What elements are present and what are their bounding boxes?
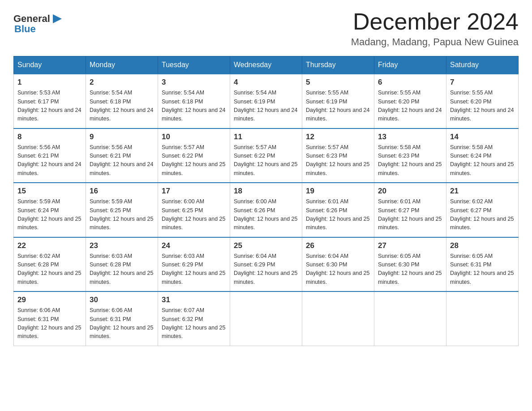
- day-info: Sunrise: 6:00 AMSunset: 6:25 PMDaylight:…: [162, 197, 226, 232]
- calendar-cell: 11 Sunrise: 5:57 AMSunset: 6:22 PMDaylig…: [230, 128, 302, 183]
- calendar-cell: 20 Sunrise: 6:01 AMSunset: 6:27 PMDaylig…: [374, 183, 446, 237]
- calendar-table: SundayMondayTuesdayWednesdayThursdayFrid…: [13, 56, 519, 346]
- calendar-week-row: 29 Sunrise: 6:06 AMSunset: 6:31 PMDaylig…: [14, 291, 519, 346]
- day-number: 22: [17, 241, 82, 250]
- day-info: Sunrise: 5:55 AMSunset: 6:20 PMDaylight:…: [450, 89, 515, 124]
- calendar-cell: 7 Sunrise: 5:55 AMSunset: 6:20 PMDayligh…: [446, 74, 519, 128]
- logo-general-text: General: [13, 13, 50, 24]
- calendar-cell: [374, 291, 446, 346]
- day-info: Sunrise: 5:57 AMSunset: 6:22 PMDaylight:…: [234, 143, 298, 178]
- calendar-title: December 2024: [351, 9, 519, 34]
- day-number: 7: [450, 78, 515, 87]
- calendar-cell: 17 Sunrise: 6:00 AMSunset: 6:25 PMDaylig…: [158, 183, 230, 237]
- day-number: 9: [90, 133, 154, 141]
- day-info: Sunrise: 6:05 AMSunset: 6:31 PMDaylight:…: [450, 252, 515, 287]
- day-info: Sunrise: 5:54 AMSunset: 6:18 PMDaylight:…: [162, 89, 226, 124]
- calendar-cell: 18 Sunrise: 6:00 AMSunset: 6:26 PMDaylig…: [230, 183, 302, 237]
- day-info: Sunrise: 6:06 AMSunset: 6:31 PMDaylight:…: [17, 306, 82, 341]
- calendar-cell: 23 Sunrise: 6:03 AMSunset: 6:28 PMDaylig…: [86, 237, 158, 292]
- calendar-cell: 10 Sunrise: 5:57 AMSunset: 6:22 PMDaylig…: [158, 128, 230, 183]
- day-info: Sunrise: 6:02 AMSunset: 6:28 PMDaylight:…: [17, 252, 82, 287]
- calendar-cell: [446, 291, 519, 346]
- calendar-cell: 12 Sunrise: 5:57 AMSunset: 6:23 PMDaylig…: [302, 128, 374, 183]
- calendar-cell: 19 Sunrise: 6:01 AMSunset: 6:26 PMDaylig…: [302, 183, 374, 237]
- day-number: 15: [17, 187, 82, 196]
- calendar-cell: 2 Sunrise: 5:54 AMSunset: 6:18 PMDayligh…: [86, 74, 158, 128]
- calendar-cell: 13 Sunrise: 5:58 AMSunset: 6:23 PMDaylig…: [374, 128, 446, 183]
- calendar-subtitle: Madang, Madang, Papua New Guinea: [351, 36, 519, 48]
- calendar-cell: 3 Sunrise: 5:54 AMSunset: 6:18 PMDayligh…: [158, 74, 230, 128]
- day-info: Sunrise: 6:05 AMSunset: 6:30 PMDaylight:…: [378, 252, 442, 287]
- day-info: Sunrise: 6:01 AMSunset: 6:27 PMDaylight:…: [378, 197, 442, 232]
- day-number: 1: [17, 78, 82, 87]
- svg-marker-0: [53, 14, 62, 23]
- day-info: Sunrise: 6:07 AMSunset: 6:32 PMDaylight:…: [162, 306, 226, 341]
- calendar-cell: 6 Sunrise: 5:55 AMSunset: 6:20 PMDayligh…: [374, 74, 446, 128]
- calendar-header-row: SundayMondayTuesdayWednesdayThursdayFrid…: [14, 56, 519, 74]
- day-number: 18: [234, 187, 298, 196]
- calendar-cell: 25 Sunrise: 6:04 AMSunset: 6:29 PMDaylig…: [230, 237, 302, 292]
- calendar-cell: [230, 291, 302, 346]
- day-number: 21: [450, 187, 515, 196]
- column-header-friday: Friday: [374, 56, 446, 74]
- day-number: 5: [306, 78, 370, 87]
- day-info: Sunrise: 6:03 AMSunset: 6:28 PMDaylight:…: [90, 252, 154, 287]
- day-info: Sunrise: 5:58 AMSunset: 6:24 PMDaylight:…: [450, 143, 515, 178]
- day-number: 8: [17, 133, 82, 141]
- day-info: Sunrise: 5:53 AMSunset: 6:17 PMDaylight:…: [17, 89, 82, 124]
- logo: General Blue: [13, 9, 64, 35]
- day-info: Sunrise: 5:54 AMSunset: 6:19 PMDaylight:…: [234, 89, 298, 124]
- column-header-monday: Monday: [86, 56, 158, 74]
- calendar-cell: 22 Sunrise: 6:02 AMSunset: 6:28 PMDaylig…: [14, 237, 86, 292]
- calendar-cell: 16 Sunrise: 5:59 AMSunset: 6:25 PMDaylig…: [86, 183, 158, 237]
- day-number: 19: [306, 187, 370, 196]
- day-info: Sunrise: 6:02 AMSunset: 6:27 PMDaylight:…: [450, 197, 515, 232]
- day-number: 30: [90, 295, 154, 304]
- day-info: Sunrise: 5:55 AMSunset: 6:20 PMDaylight:…: [378, 89, 442, 124]
- day-number: 28: [450, 241, 515, 250]
- day-number: 10: [162, 133, 226, 141]
- column-header-sunday: Sunday: [14, 56, 86, 74]
- calendar-cell: 31 Sunrise: 6:07 AMSunset: 6:32 PMDaylig…: [158, 291, 230, 346]
- day-info: Sunrise: 5:57 AMSunset: 6:23 PMDaylight:…: [306, 143, 370, 178]
- calendar-cell: 1 Sunrise: 5:53 AMSunset: 6:17 PMDayligh…: [14, 74, 86, 128]
- calendar-cell: 26 Sunrise: 6:04 AMSunset: 6:30 PMDaylig…: [302, 237, 374, 292]
- day-number: 29: [17, 295, 82, 304]
- day-number: 24: [162, 241, 226, 250]
- day-info: Sunrise: 5:58 AMSunset: 6:23 PMDaylight:…: [378, 143, 442, 178]
- day-info: Sunrise: 6:06 AMSunset: 6:31 PMDaylight:…: [90, 306, 154, 341]
- day-number: 16: [90, 187, 154, 196]
- day-number: 17: [162, 187, 226, 196]
- calendar-week-row: 22 Sunrise: 6:02 AMSunset: 6:28 PMDaylig…: [14, 237, 519, 292]
- calendar-cell: 27 Sunrise: 6:05 AMSunset: 6:30 PMDaylig…: [374, 237, 446, 292]
- calendar-cell: 30 Sunrise: 6:06 AMSunset: 6:31 PMDaylig…: [86, 291, 158, 346]
- day-info: Sunrise: 5:56 AMSunset: 6:21 PMDaylight:…: [17, 143, 82, 178]
- day-number: 6: [378, 78, 442, 87]
- day-info: Sunrise: 5:57 AMSunset: 6:22 PMDaylight:…: [162, 143, 226, 178]
- day-number: 31: [162, 295, 226, 304]
- calendar-cell: 9 Sunrise: 5:56 AMSunset: 6:21 PMDayligh…: [86, 128, 158, 183]
- day-info: Sunrise: 6:04 AMSunset: 6:30 PMDaylight:…: [306, 252, 370, 287]
- calendar-week-row: 8 Sunrise: 5:56 AMSunset: 6:21 PMDayligh…: [14, 128, 519, 183]
- day-info: Sunrise: 6:04 AMSunset: 6:29 PMDaylight:…: [234, 252, 298, 287]
- calendar-cell: [302, 291, 374, 346]
- day-info: Sunrise: 6:03 AMSunset: 6:29 PMDaylight:…: [162, 252, 226, 287]
- day-number: 11: [234, 133, 298, 141]
- calendar-cell: 29 Sunrise: 6:06 AMSunset: 6:31 PMDaylig…: [14, 291, 86, 346]
- page-header: General Blue December 2024 Madang, Madan…: [13, 9, 519, 48]
- day-info: Sunrise: 5:59 AMSunset: 6:24 PMDaylight:…: [17, 197, 82, 232]
- calendar-cell: 24 Sunrise: 6:03 AMSunset: 6:29 PMDaylig…: [158, 237, 230, 292]
- day-number: 3: [162, 78, 226, 87]
- day-number: 2: [90, 78, 154, 87]
- calendar-cell: 5 Sunrise: 5:55 AMSunset: 6:19 PMDayligh…: [302, 74, 374, 128]
- calendar-cell: 28 Sunrise: 6:05 AMSunset: 6:31 PMDaylig…: [446, 237, 519, 292]
- column-header-wednesday: Wednesday: [230, 56, 302, 74]
- day-number: 20: [378, 187, 442, 196]
- day-number: 25: [234, 241, 298, 250]
- day-number: 13: [378, 133, 442, 141]
- day-info: Sunrise: 5:55 AMSunset: 6:19 PMDaylight:…: [306, 89, 370, 124]
- day-info: Sunrise: 6:01 AMSunset: 6:26 PMDaylight:…: [306, 197, 370, 232]
- logo-flag-icon: [51, 13, 64, 25]
- column-header-thursday: Thursday: [302, 56, 374, 74]
- calendar-cell: 4 Sunrise: 5:54 AMSunset: 6:19 PMDayligh…: [230, 74, 302, 128]
